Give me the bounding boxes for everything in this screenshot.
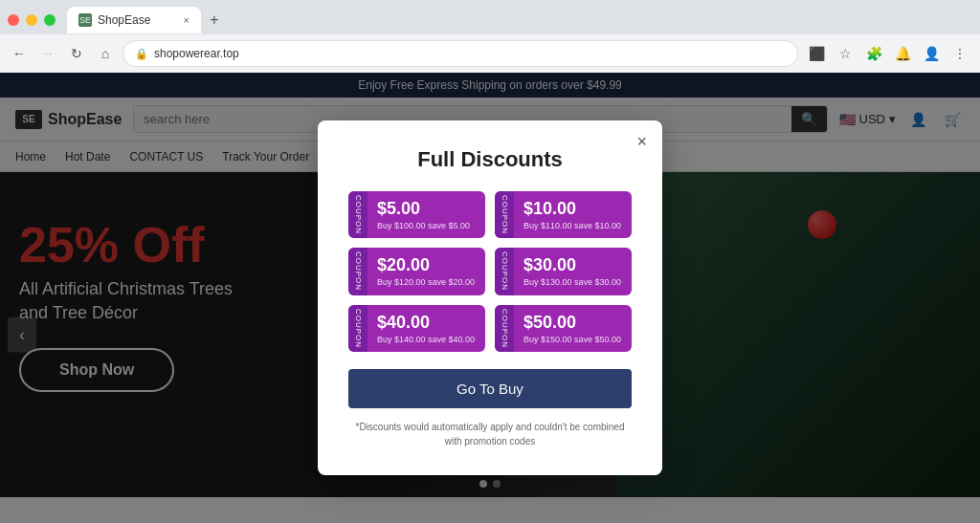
coupon-side-label-3: COUPON <box>348 248 368 294</box>
coupon-desc-2: Buy $110.00 save $10.00 <box>523 221 622 230</box>
coupon-3[interactable]: COUPON $20.00 Buy $120.00 save $20.00 <box>348 248 485 294</box>
coupon-body-5: $40.00 Buy $140.00 save $40.00 <box>368 305 485 352</box>
window-close-button[interactable] <box>8 14 19 26</box>
coupon-side-label-4: COUPON <box>495 248 514 294</box>
tab-close-icon[interactable]: × <box>184 14 189 26</box>
menu-icon[interactable]: ⋮ <box>947 41 972 66</box>
modal-overlay[interactable]: × Full Discounts COUPON $5.00 Buy $100.0… <box>0 73 980 523</box>
go-to-buy-button[interactable]: Go To Buy <box>348 369 632 408</box>
coupon-4[interactable]: COUPON $30.00 Buy $130.00 save $30.00 <box>495 248 632 294</box>
go-to-buy-label: Go To Buy <box>457 381 523 397</box>
browser-tab[interactable]: SE ShopEase × <box>67 7 201 33</box>
back-button[interactable]: ← <box>8 42 31 65</box>
coupon-grid: COUPON $5.00 Buy $100.00 save $5.00 COUP… <box>348 191 632 351</box>
modal-close-button[interactable]: × <box>636 132 647 152</box>
coupon-5[interactable]: COUPON $40.00 Buy $140.00 save $40.00 <box>348 305 485 352</box>
coupon-amount-1: $5.00 <box>377 199 476 219</box>
profile-icon[interactable]: 👤 <box>919 41 944 66</box>
modal-disclaimer: *Discounts would automatically apply and… <box>348 420 632 448</box>
coupon-6[interactable]: COUPON $50.00 Buy $150.00 save $50.00 <box>495 305 632 352</box>
new-tab-button[interactable]: + <box>203 9 226 32</box>
url-bar[interactable]: 🔒 shopowerear.top <box>122 40 798 67</box>
window-minimize-button[interactable] <box>26 14 37 26</box>
home-button[interactable]: ⌂ <box>94 42 117 65</box>
url-text: shopowerear.top <box>154 47 239 60</box>
browser-chrome: SE ShopEase × + ← → ↻ ⌂ 🔒 shopowerear.to… <box>0 0 980 74</box>
coupon-2[interactable]: COUPON $10.00 Buy $110.00 save $10.00 <box>495 191 632 238</box>
coupon-side-label-2: COUPON <box>495 191 514 238</box>
forward-button[interactable]: → <box>36 42 59 65</box>
coupon-body-6: $50.00 Buy $150.00 save $50.00 <box>514 305 632 352</box>
bell-icon[interactable]: 🔔 <box>890 41 915 66</box>
coupon-desc-4: Buy $130.00 save $30.00 <box>523 277 622 287</box>
coupon-amount-2: $10.00 <box>523 199 622 219</box>
coupon-amount-3: $20.00 <box>377 255 476 275</box>
address-bar: ← → ↻ ⌂ 🔒 shopowerear.top ⬛ ☆ 🧩 🔔 👤 ⋮ <box>0 34 980 73</box>
coupon-body-4: $30.00 Buy $130.00 save $30.00 <box>514 248 632 294</box>
site-wrapper: Enjoy Free Express Shipping on orders ov… <box>0 73 980 523</box>
discount-modal: × Full Discounts COUPON $5.00 Buy $100.0… <box>318 120 662 474</box>
coupon-body-1: $5.00 Buy $100.00 save $5.00 <box>368 191 485 238</box>
close-icon: × <box>636 132 647 151</box>
reload-button[interactable]: ↻ <box>65 42 88 65</box>
extensions-icon[interactable]: ⬛ <box>804 41 829 66</box>
coupon-desc-6: Buy $150.00 save $50.00 <box>523 335 622 344</box>
coupon-side-label-6: COUPON <box>495 305 514 352</box>
coupon-1[interactable]: COUPON $5.00 Buy $100.00 save $5.00 <box>348 191 485 238</box>
coupon-desc-3: Buy $120.00 save $20.00 <box>377 277 476 287</box>
coupon-side-label-5: COUPON <box>348 305 368 352</box>
coupon-desc-1: Buy $100.00 save $5.00 <box>377 221 476 230</box>
lock-icon: 🔒 <box>135 48 148 60</box>
coupon-desc-5: Buy $140.00 save $40.00 <box>377 335 476 344</box>
coupon-body-2: $10.00 Buy $110.00 save $10.00 <box>514 191 632 238</box>
tab-bar: SE ShopEase × + <box>0 0 980 34</box>
star-icon[interactable]: ☆ <box>833 41 858 66</box>
puzzle-icon[interactable]: 🧩 <box>861 41 886 66</box>
coupon-body-3: $20.00 Buy $120.00 save $20.00 <box>368 248 485 294</box>
coupon-side-label-1: COUPON <box>348 191 368 238</box>
tab-favicon: SE <box>78 13 92 27</box>
coupon-amount-6: $50.00 <box>523 313 622 333</box>
toolbar-icons: ⬛ ☆ 🧩 🔔 👤 ⋮ <box>804 41 972 66</box>
coupon-amount-5: $40.00 <box>377 313 476 333</box>
window-maximize-button[interactable] <box>44 14 56 26</box>
coupon-amount-4: $30.00 <box>523 255 622 275</box>
modal-title: Full Discounts <box>348 147 632 172</box>
tab-title: ShopEase <box>98 13 150 27</box>
